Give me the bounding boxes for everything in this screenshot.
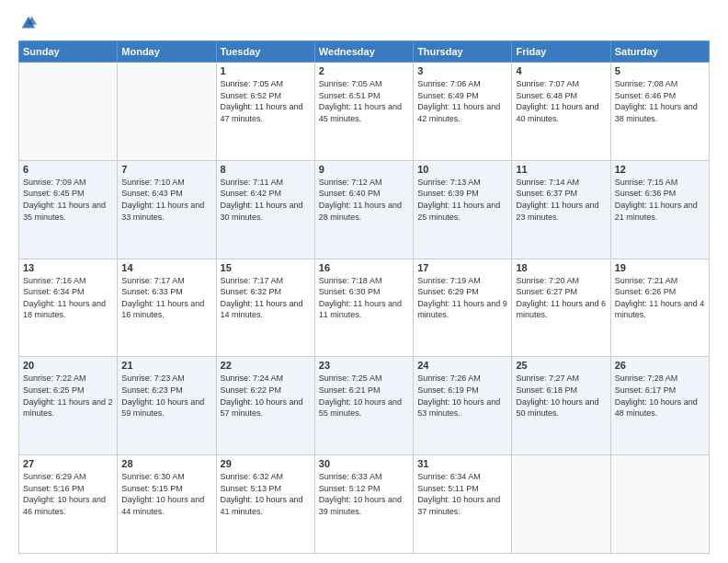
day-number: 24 [417, 360, 507, 371]
calendar-cell: 11Sunrise: 7:14 AM Sunset: 6:37 PM Dayli… [512, 160, 610, 259]
calendar-cell: 19Sunrise: 7:21 AM Sunset: 6:26 PM Dayli… [610, 259, 709, 357]
header [18, 15, 710, 31]
day-number: 23 [319, 360, 409, 371]
calendar-cell [512, 455, 610, 554]
day-info: Sunrise: 7:08 AM Sunset: 6:46 PM Dayligh… [615, 78, 705, 124]
day-info: Sunrise: 7:23 AM Sunset: 6:23 PM Dayligh… [121, 373, 211, 419]
calendar-cell [19, 63, 118, 161]
calendar-week-row: 20Sunrise: 7:22 AM Sunset: 6:25 PM Dayli… [19, 357, 710, 455]
calendar-cell: 20Sunrise: 7:22 AM Sunset: 6:25 PM Dayli… [19, 357, 118, 455]
calendar-cell: 22Sunrise: 7:24 AM Sunset: 6:22 PM Dayli… [216, 357, 314, 455]
day-number: 30 [319, 458, 409, 469]
calendar-cell: 6Sunrise: 7:09 AM Sunset: 6:45 PM Daylig… [19, 160, 118, 259]
day-number: 7 [121, 164, 211, 175]
day-number: 10 [417, 164, 507, 175]
page: SundayMondayTuesdayWednesdayThursdayFrid… [0, 0, 728, 563]
day-info: Sunrise: 7:14 AM Sunset: 6:37 PM Dayligh… [516, 177, 606, 223]
day-number: 5 [615, 65, 705, 76]
logo [18, 15, 37, 31]
calendar-cell: 23Sunrise: 7:25 AM Sunset: 6:21 PM Dayli… [314, 357, 413, 455]
day-info: Sunrise: 6:33 AM Sunset: 5:12 PM Dayligh… [319, 471, 409, 517]
day-number: 27 [23, 458, 113, 469]
day-number: 29 [221, 458, 311, 469]
day-number: 2 [319, 65, 409, 76]
calendar-cell: 18Sunrise: 7:20 AM Sunset: 6:27 PM Dayli… [512, 259, 610, 357]
calendar-table: SundayMondayTuesdayWednesdayThursdayFrid… [18, 40, 710, 554]
calendar-cell: 9Sunrise: 7:12 AM Sunset: 6:40 PM Daylig… [314, 160, 413, 259]
day-info: Sunrise: 7:15 AM Sunset: 6:36 PM Dayligh… [615, 177, 705, 223]
calendar-cell: 17Sunrise: 7:19 AM Sunset: 6:29 PM Dayli… [414, 259, 512, 357]
day-info: Sunrise: 7:05 AM Sunset: 6:52 PM Dayligh… [221, 78, 311, 124]
day-number: 4 [516, 65, 606, 76]
calendar-cell: 8Sunrise: 7:11 AM Sunset: 6:42 PM Daylig… [216, 160, 314, 259]
day-number: 20 [23, 360, 113, 371]
calendar-cell: 5Sunrise: 7:08 AM Sunset: 6:46 PM Daylig… [610, 63, 709, 161]
calendar-cell: 12Sunrise: 7:15 AM Sunset: 6:36 PM Dayli… [610, 160, 709, 259]
day-number: 31 [417, 458, 507, 469]
day-info: Sunrise: 7:25 AM Sunset: 6:21 PM Dayligh… [319, 373, 409, 419]
day-number: 16 [319, 262, 409, 273]
calendar-week-row: 6Sunrise: 7:09 AM Sunset: 6:45 PM Daylig… [19, 160, 710, 259]
day-info: Sunrise: 7:17 AM Sunset: 6:32 PM Dayligh… [221, 275, 311, 321]
calendar-cell: 15Sunrise: 7:17 AM Sunset: 6:32 PM Dayli… [216, 259, 314, 357]
day-number: 6 [23, 164, 113, 175]
day-info: Sunrise: 6:32 AM Sunset: 5:13 PM Dayligh… [221, 471, 311, 517]
day-number: 14 [121, 262, 211, 273]
calendar-cell: 29Sunrise: 6:32 AM Sunset: 5:13 PM Dayli… [216, 455, 314, 554]
weekday-header-monday: Monday [118, 41, 216, 63]
calendar-cell: 31Sunrise: 6:34 AM Sunset: 5:11 PM Dayli… [414, 455, 512, 554]
day-number: 8 [221, 164, 311, 175]
day-info: Sunrise: 7:07 AM Sunset: 6:48 PM Dayligh… [516, 78, 606, 124]
calendar-cell: 27Sunrise: 6:29 AM Sunset: 5:16 PM Dayli… [19, 455, 118, 554]
day-number: 18 [516, 262, 606, 273]
day-info: Sunrise: 6:29 AM Sunset: 5:16 PM Dayligh… [23, 471, 113, 517]
day-info: Sunrise: 7:05 AM Sunset: 6:51 PM Dayligh… [319, 78, 409, 124]
day-info: Sunrise: 7:20 AM Sunset: 6:27 PM Dayligh… [516, 275, 606, 321]
day-info: Sunrise: 7:19 AM Sunset: 6:29 PM Dayligh… [417, 275, 507, 321]
calendar-cell: 3Sunrise: 7:06 AM Sunset: 6:49 PM Daylig… [414, 63, 512, 161]
calendar-cell: 21Sunrise: 7:23 AM Sunset: 6:23 PM Dayli… [118, 357, 216, 455]
day-number: 19 [615, 262, 705, 273]
day-info: Sunrise: 7:06 AM Sunset: 6:49 PM Dayligh… [417, 78, 507, 124]
day-info: Sunrise: 7:09 AM Sunset: 6:45 PM Dayligh… [23, 177, 113, 223]
calendar-cell: 10Sunrise: 7:13 AM Sunset: 6:39 PM Dayli… [414, 160, 512, 259]
calendar-cell: 14Sunrise: 7:17 AM Sunset: 6:33 PM Dayli… [118, 259, 216, 357]
calendar-cell: 26Sunrise: 7:28 AM Sunset: 6:17 PM Dayli… [610, 357, 709, 455]
day-info: Sunrise: 7:17 AM Sunset: 6:33 PM Dayligh… [121, 275, 211, 321]
day-number: 11 [516, 164, 606, 175]
day-info: Sunrise: 7:18 AM Sunset: 6:30 PM Dayligh… [319, 275, 409, 321]
weekday-header-thursday: Thursday [414, 41, 512, 63]
logo-icon [20, 15, 37, 31]
day-number: 26 [615, 360, 705, 371]
weekday-header-saturday: Saturday [610, 41, 709, 63]
calendar-cell: 1Sunrise: 7:05 AM Sunset: 6:52 PM Daylig… [216, 63, 314, 161]
weekday-header-sunday: Sunday [19, 41, 118, 63]
day-info: Sunrise: 7:21 AM Sunset: 6:26 PM Dayligh… [615, 275, 705, 321]
day-number: 1 [221, 65, 311, 76]
day-info: Sunrise: 7:28 AM Sunset: 6:17 PM Dayligh… [615, 373, 705, 419]
calendar-week-row: 13Sunrise: 7:16 AM Sunset: 6:34 PM Dayli… [19, 259, 710, 357]
calendar-cell: 13Sunrise: 7:16 AM Sunset: 6:34 PM Dayli… [19, 259, 118, 357]
day-number: 12 [615, 164, 705, 175]
day-number: 3 [417, 65, 507, 76]
day-info: Sunrise: 7:10 AM Sunset: 6:43 PM Dayligh… [121, 177, 211, 223]
day-number: 9 [319, 164, 409, 175]
day-info: Sunrise: 7:27 AM Sunset: 6:18 PM Dayligh… [516, 373, 606, 419]
calendar-cell: 7Sunrise: 7:10 AM Sunset: 6:43 PM Daylig… [118, 160, 216, 259]
calendar-week-row: 1Sunrise: 7:05 AM Sunset: 6:52 PM Daylig… [19, 63, 710, 161]
calendar-cell: 2Sunrise: 7:05 AM Sunset: 6:51 PM Daylig… [314, 63, 413, 161]
day-info: Sunrise: 7:11 AM Sunset: 6:42 PM Dayligh… [221, 177, 311, 223]
day-info: Sunrise: 7:26 AM Sunset: 6:19 PM Dayligh… [417, 373, 507, 419]
calendar-cell [118, 63, 216, 161]
day-number: 22 [221, 360, 311, 371]
calendar-cell: 4Sunrise: 7:07 AM Sunset: 6:48 PM Daylig… [512, 63, 610, 161]
calendar-cell: 30Sunrise: 6:33 AM Sunset: 5:12 PM Dayli… [314, 455, 413, 554]
day-info: Sunrise: 6:34 AM Sunset: 5:11 PM Dayligh… [417, 471, 507, 517]
calendar-cell: 24Sunrise: 7:26 AM Sunset: 6:19 PM Dayli… [414, 357, 512, 455]
day-info: Sunrise: 7:12 AM Sunset: 6:40 PM Dayligh… [319, 177, 409, 223]
day-info: Sunrise: 7:22 AM Sunset: 6:25 PM Dayligh… [23, 373, 113, 419]
calendar-cell [610, 455, 709, 554]
day-info: Sunrise: 7:13 AM Sunset: 6:39 PM Dayligh… [417, 177, 507, 223]
day-number: 15 [221, 262, 311, 273]
day-number: 13 [23, 262, 113, 273]
